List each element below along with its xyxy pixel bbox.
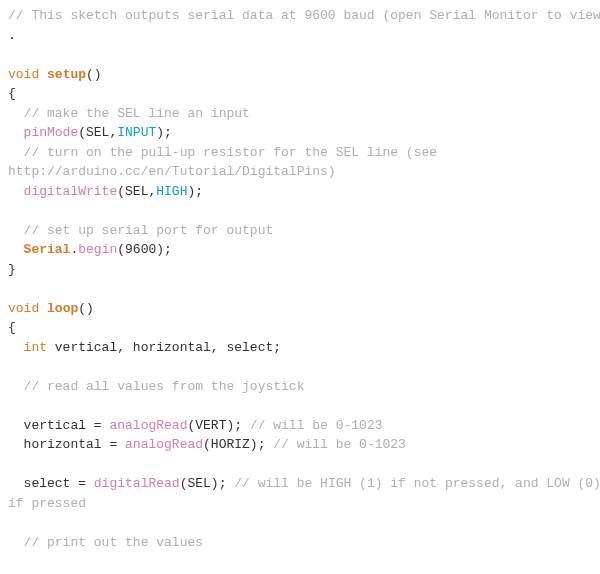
token — [8, 203, 16, 218]
token: Serial — [24, 242, 71, 257]
token — [8, 242, 24, 257]
code-line: select = digitalRead(SEL); // will be HI… — [8, 474, 592, 494]
token: loop — [47, 301, 78, 316]
code-line: Serial.begin(9600); — [8, 240, 592, 260]
token: (VERT); — [187, 418, 249, 433]
token — [8, 106, 24, 121]
token — [8, 535, 24, 550]
token: analogRead — [125, 437, 203, 452]
code-line: int vertical, horizontal, select; — [8, 338, 592, 358]
token: } — [8, 262, 16, 277]
token: . — [8, 28, 16, 43]
code-line: // make the SEL line an input — [8, 104, 592, 124]
token: (HORIZ); — [203, 437, 273, 452]
token: ); — [156, 125, 172, 140]
code-line: horizontal = analogRead(HORIZ); // will … — [8, 435, 592, 455]
code-line: // This sketch outputs serial data at 96… — [8, 6, 592, 26]
code-line — [8, 513, 592, 533]
code-line: // read all values from the joystick — [8, 377, 592, 397]
code-line: digitalWrite(SEL,HIGH); — [8, 182, 592, 202]
token: // turn on the pull-up resistor for the … — [24, 145, 437, 160]
code-line — [8, 201, 592, 221]
code-line — [8, 45, 592, 65]
token: if pressed — [8, 496, 86, 511]
code-line: // turn on the pull-up resistor for the … — [8, 143, 592, 163]
code-line: } — [8, 260, 592, 280]
token: analogRead — [109, 418, 187, 433]
token: // print out the values — [24, 535, 203, 550]
token: vertical = — [8, 418, 109, 433]
code-block: // This sketch outputs serial data at 96… — [0, 0, 600, 574]
token — [8, 359, 16, 374]
token: // This sketch outputs serial data at 96… — [8, 8, 600, 23]
token: digitalRead — [94, 476, 180, 491]
code-line: { — [8, 318, 592, 338]
code-line: // set up serial port for output — [8, 221, 592, 241]
token — [8, 145, 24, 160]
token: // will be 0-1023 — [250, 418, 383, 433]
token — [8, 47, 16, 62]
token: (SEL, — [117, 184, 156, 199]
token: INPUT — [117, 125, 156, 140]
token: // read all values from the joystick — [24, 379, 305, 394]
token: void — [8, 301, 39, 316]
token: (SEL); — [180, 476, 235, 491]
token: void — [8, 67, 39, 82]
token: (9600); — [117, 242, 172, 257]
token — [39, 301, 47, 316]
token — [8, 340, 24, 355]
token: pinMode — [24, 125, 79, 140]
token: () — [86, 67, 102, 82]
token — [8, 515, 16, 530]
code-line: http://arduino.cc/en/Tutorial/DigitalPin… — [8, 162, 592, 182]
code-line: if pressed — [8, 494, 592, 514]
token: (SEL, — [78, 125, 117, 140]
token: { — [8, 86, 16, 101]
code-line: void setup() — [8, 65, 592, 85]
token — [8, 379, 24, 394]
token: begin — [78, 242, 117, 257]
token: // set up serial port for output — [24, 223, 274, 238]
code-line: // print out the values — [8, 533, 592, 553]
token: select = — [8, 476, 94, 491]
code-line — [8, 552, 592, 572]
code-line — [8, 396, 592, 416]
token: vertical, horizontal, select; — [47, 340, 281, 355]
token: () — [78, 301, 94, 316]
token — [8, 554, 16, 569]
token: ); — [187, 184, 203, 199]
code-line — [8, 357, 592, 377]
code-line — [8, 279, 592, 299]
code-line: pinMode(SEL,INPUT); — [8, 123, 592, 143]
token: { — [8, 320, 16, 335]
token: // will be 0-1023 — [273, 437, 406, 452]
token: HIGH — [156, 184, 187, 199]
token: // will be HIGH (1) if not pressed, and … — [234, 476, 600, 491]
code-line: vertical = analogRead(VERT); // will be … — [8, 416, 592, 436]
token — [8, 281, 16, 296]
token: http://arduino.cc/en/Tutorial/DigitalPin… — [8, 164, 336, 179]
token — [8, 223, 24, 238]
code-line: void loop() — [8, 299, 592, 319]
token: digitalWrite — [24, 184, 118, 199]
token: horizontal = — [8, 437, 125, 452]
token: int — [24, 340, 47, 355]
token — [39, 67, 47, 82]
token — [8, 398, 16, 413]
code-line: . — [8, 26, 592, 46]
code-line — [8, 455, 592, 475]
token — [8, 184, 24, 199]
token — [8, 457, 16, 472]
token — [8, 125, 24, 140]
token: setup — [47, 67, 86, 82]
code-line: { — [8, 84, 592, 104]
token: // make the SEL line an input — [24, 106, 250, 121]
